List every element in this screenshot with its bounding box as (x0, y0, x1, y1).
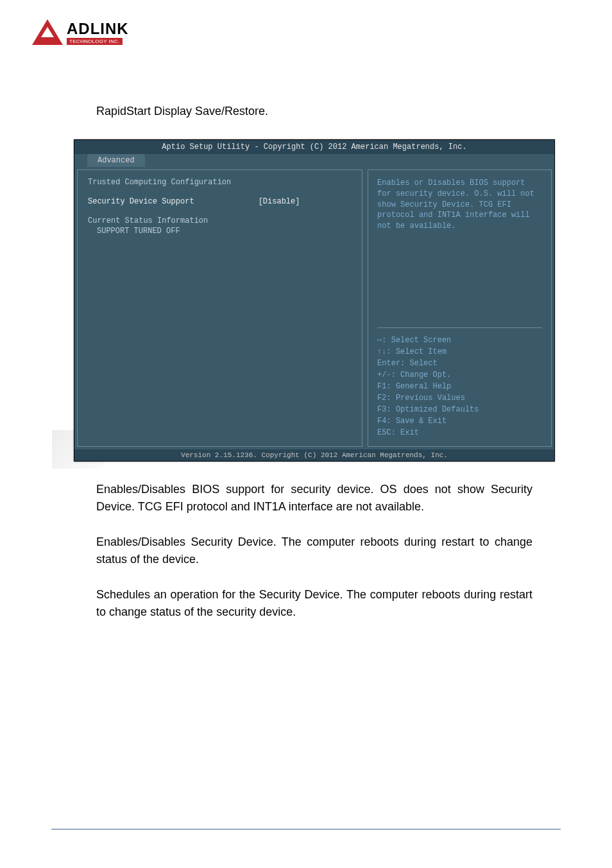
brand-logo: ADLINK TECHNOLOGY INC. (32, 19, 129, 45)
bios-body: Trusted Computing Configuration Security… (74, 167, 554, 449)
bios-setting-label: Security Device Support (88, 197, 194, 206)
footer-divider (51, 829, 561, 829)
bios-key-l3: Enter: Select (377, 358, 542, 369)
bios-divider (377, 327, 542, 328)
bios-help-text: Enables or Disables BIOS support for sec… (377, 178, 542, 321)
bios-config-title: Trusted Computing Configuration (88, 178, 231, 187)
logo-sub-text: TECHNOLOGY INC. (67, 38, 123, 45)
bios-status-title: Current Status Information (88, 216, 208, 225)
bios-status-line: SUPPORT TURNED OFF (97, 227, 180, 236)
bios-key-l7: F3: Optimized Defaults (377, 404, 542, 415)
bios-key-legend: ↔: Select Screen ↑↓: Select Item Enter: … (377, 334, 542, 438)
logo-text-block: ADLINK TECHNOLOGY INC. (67, 20, 129, 45)
bios-screenshot: Aptio Setup Utility - Copyright (C) 2012… (74, 139, 555, 462)
bios-key-l6: F2: Previous Values (377, 392, 542, 404)
document-content: RapidStart Display Save/Restore. Aptio S… (96, 103, 532, 639)
bios-key-l5: F1: General Help (377, 381, 542, 392)
bios-key-l9: ESC: Exit (377, 427, 542, 438)
bios-header: Aptio Setup Utility - Copyright (C) 2012… (74, 140, 554, 154)
bios-left-panel: Trusted Computing Configuration Security… (77, 169, 362, 447)
bios-right-panel: Enables or Disables BIOS support for sec… (368, 169, 552, 447)
paragraph-bios-support: Enables/Disables BIOS support for securi… (96, 481, 532, 516)
bios-tab-row: Advanced (74, 154, 554, 167)
logo-triangle-icon (32, 19, 63, 45)
logo-main-text: ADLINK (67, 20, 129, 38)
bios-key-l4: +/-: Change Opt. (377, 369, 542, 381)
paragraph-security-device: Enables/Disables Security Device. The co… (96, 534, 532, 568)
paragraph-rapidstart: RapidStart Display Save/Restore. (96, 103, 532, 120)
bios-setting-value: [Disable] (259, 197, 300, 206)
paragraph-schedule: Schedules an operation for the Security … (96, 586, 532, 621)
bios-key-l2: ↑↓: Select Item (377, 346, 542, 358)
bios-key-l8: F4: Save & Exit (377, 415, 542, 427)
bios-tab-advanced: Advanced (87, 154, 145, 167)
bios-footer: Version 2.15.1236. Copyright (C) 2012 Am… (74, 449, 554, 461)
bios-key-l1: ↔: Select Screen (377, 334, 542, 346)
